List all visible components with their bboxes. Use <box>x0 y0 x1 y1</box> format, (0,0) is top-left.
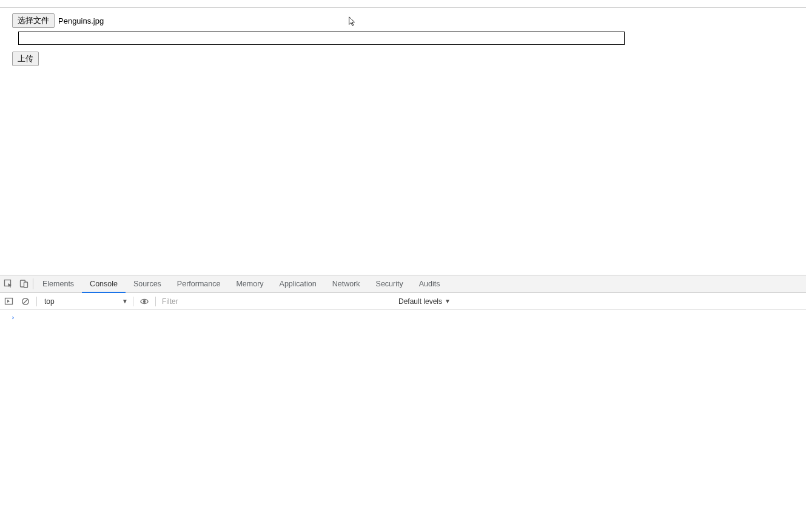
file-input-row: 选择文件 Penguins.jpg <box>12 13 104 28</box>
selected-filename: Penguins.jpg <box>58 16 104 25</box>
tab-elements[interactable]: Elements <box>35 275 82 292</box>
cursor-icon <box>348 16 357 27</box>
tab-security[interactable]: Security <box>368 275 411 292</box>
choose-file-button[interactable]: 选择文件 <box>12 13 55 28</box>
log-levels-label: Default levels <box>398 297 442 306</box>
inspect-element-icon[interactable] <box>0 275 17 292</box>
console-output[interactable]: › <box>0 310 806 532</box>
page-divider <box>0 7 806 8</box>
separator <box>155 297 156 306</box>
caret-down-icon: ▼ <box>445 298 451 305</box>
upload-button[interactable]: 上传 <box>12 52 39 66</box>
context-selector-value: top <box>44 297 55 306</box>
execution-context-selector[interactable]: top ▼ <box>39 297 130 306</box>
tab-audits[interactable]: Audits <box>411 275 448 292</box>
tab-sources[interactable]: Sources <box>126 275 169 292</box>
console-filter-input[interactable] <box>158 295 395 308</box>
svg-rect-2 <box>24 282 28 288</box>
page-content: 选择文件 Penguins.jpg 上传 <box>0 0 806 275</box>
tab-memory[interactable]: Memory <box>228 275 271 292</box>
console-toolbar: top ▼ Default levels ▼ <box>0 293 806 310</box>
devtools-panel: ElementsConsoleSourcesPerformanceMemoryA… <box>0 275 806 532</box>
tab-console[interactable]: Console <box>82 275 126 292</box>
devtools-tabbar: ElementsConsoleSourcesPerformanceMemoryA… <box>0 275 806 293</box>
separator <box>133 297 133 306</box>
toggle-sidebar-icon[interactable] <box>0 297 17 306</box>
caret-down-icon: ▼ <box>122 298 128 305</box>
devtools-tabs: ElementsConsoleSourcesPerformanceMemoryA… <box>35 275 448 292</box>
log-levels-selector[interactable]: Default levels ▼ <box>395 297 454 306</box>
progress-bar <box>18 32 625 45</box>
live-expression-icon[interactable] <box>136 297 153 306</box>
clear-console-icon[interactable] <box>17 297 34 306</box>
svg-line-5 <box>23 299 27 303</box>
svg-point-7 <box>143 300 146 302</box>
tab-network[interactable]: Network <box>324 275 368 292</box>
tab-performance[interactable]: Performance <box>169 275 229 292</box>
console-prompt-icon: › <box>11 314 15 322</box>
separator <box>36 297 37 306</box>
toggle-device-toolbar-icon[interactable] <box>17 275 32 292</box>
separator <box>33 278 33 289</box>
tab-application[interactable]: Application <box>272 275 324 292</box>
